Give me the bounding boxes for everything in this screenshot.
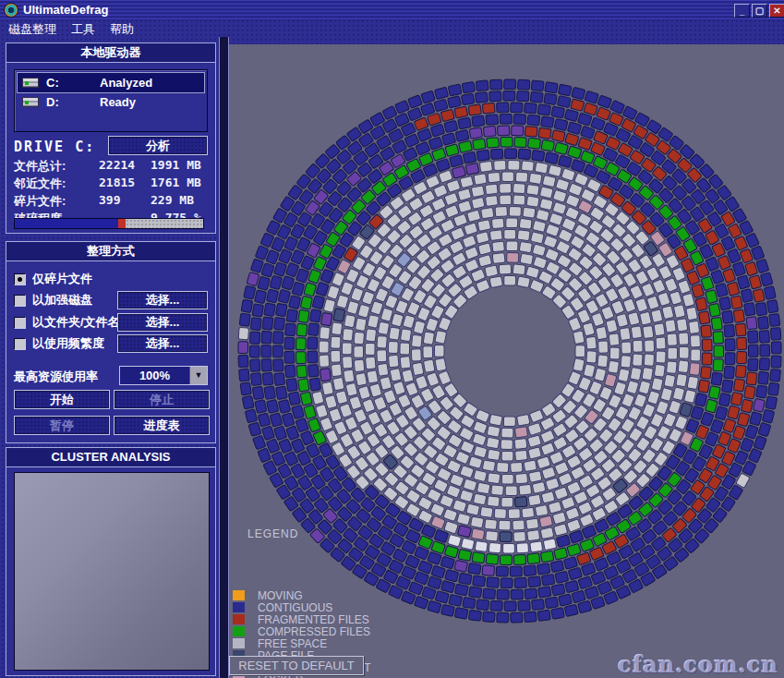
stat-label: 邻近文件: [14,176,99,193]
option-label: 以文件夹/文件名称 [32,314,121,331]
analyze-button[interactable]: 分析 [108,136,208,155]
fragmentation-progress-bar [14,218,204,229]
start-button[interactable]: 开始 [14,390,110,409]
option-label: 以使用频繁度 [32,335,104,352]
radio-dot [18,277,22,282]
radio-dot [18,342,22,346]
radio-icon[interactable] [14,273,26,285]
drive-icon [22,78,39,88]
legend-item-fragmented: FRAGMENTED FILES [233,613,369,625]
chevron-down-icon[interactable]: ▼ [189,367,207,384]
select-button-folder[interactable]: 选择... [117,313,208,332]
option-label: 以加强磁盘 [32,292,92,309]
progress-fill [15,219,118,228]
legend-item-moving: MOVING [233,589,303,601]
drive-letter: D: [46,95,100,109]
radio-dot [18,321,22,325]
menu-item-help[interactable]: 帮助 [110,21,134,38]
legend-label: MOVING [258,589,303,602]
menu-bar: 磁盘整理 工具 帮助 [0,20,784,38]
pause-button[interactable]: 暂停 [14,416,110,435]
legend-swatch [233,590,245,600]
legend-swatch [233,602,245,612]
reset-to-default-button[interactable]: RESET TO DEFAULT [229,656,364,675]
legend-swatch [233,614,245,624]
maximize-button[interactable]: ▢ [752,4,767,18]
cluster-analysis-title: CLUSTER ANALYSIS [6,448,215,467]
progress-marker [118,219,126,228]
legend-label: FREE SPACE [258,637,327,650]
resource-usage-combobox[interactable]: 100% ▼ [119,366,208,385]
select-button-frequency[interactable]: 选择... [117,334,208,353]
local-drives-title: 本地驱动器 [6,43,215,63]
stat-count: 22214 [99,158,151,176]
disk-map[interactable] [229,44,784,678]
cluster-analysis-panel: CLUSTER ANALYSIS [6,447,216,676]
option-label: 仅碎片文件 [32,271,92,287]
radio-icon[interactable] [14,338,26,350]
option-fragmented-only[interactable]: 仅碎片文件 [14,270,210,288]
panel-divider [219,37,229,678]
stat-size: 1761 MB [151,176,201,193]
combo-value: 100% [120,367,189,384]
watermark: cfan.com.cn [618,651,778,678]
legend-label: CONTIGUOUS [258,601,332,614]
menu-item-tools[interactable]: 工具 [71,21,95,38]
drive-icon [22,97,39,107]
legend-item-free-space: FREE SPACE [233,637,327,649]
stop-button[interactable]: 停止 [114,390,210,409]
legend-label: FRAGMENTED FILES [258,613,369,626]
stat-size: 1991 MB [151,158,201,176]
radio-icon[interactable] [14,295,26,307]
legend-item-contiguous: CONTIGUOUS [233,601,332,613]
progress-table-button[interactable]: 进度表 [114,416,210,435]
current-drive-label: DRIVE C: [14,139,95,155]
window-title: UltimateDefrag [23,3,108,17]
legend-item-compressed: COMPRESSED FILES [233,625,370,637]
title-bar: UltimateDefrag _ ▢ ✕ [0,0,784,20]
select-button-consolidate[interactable]: 选择... [117,291,208,309]
legend-swatch [233,626,245,636]
minimize-button[interactable]: _ [734,4,750,18]
drive-letter: C: [46,76,100,90]
drive-status: Ready [100,95,136,109]
radio-dot [18,298,22,303]
stat-fragmented-files: 碎片文件: 399 229 MB [14,193,210,211]
stat-count: 21815 [99,176,151,193]
drive-row-c[interactable]: C: Analyzed [18,73,204,92]
resource-usage-label: 最高资源使用率 [14,369,98,385]
stat-size: 229 MB [151,193,194,211]
legend-title: LEGEND [247,527,298,540]
close-button[interactable]: ✕ [769,4,784,18]
local-drives-panel: 本地驱动器 C: Analyzed D: Ready DRIVE C: 分析 文… [6,42,216,234]
drive-list: C: Analyzed D: Ready [14,69,208,132]
stat-total-files: 文件总计: 22214 1991 MB [14,158,210,176]
menu-item-defrag[interactable]: 磁盘整理 [8,21,56,38]
drive-status: Analyzed [100,76,152,90]
stat-label: 碎片文件: [14,193,99,211]
app-icon [4,3,18,18]
stat-label: 文件总计: [14,158,99,176]
defrag-method-title: 整理方式 [6,242,215,261]
stat-contiguous-files: 邻近文件: 21815 1761 MB [14,176,210,193]
legend-swatch [233,638,245,648]
legend-label: COMPRESSED FILES [258,625,370,638]
cluster-analysis-box [14,472,210,671]
drive-row-d[interactable]: D: Ready [18,92,204,112]
defrag-method-panel: 整理方式 仅碎片文件 以加强磁盘 选择... 以文件夹/文件名称 选择... 以… [6,241,216,443]
ultimatedefrag-window: { "window": { "title": "UltimateDefrag",… [0,0,784,678]
disk-view-panel: LEGEND MOVING CONTIGUOUS FRAGMENTED FILE… [229,44,784,678]
radio-icon[interactable] [14,317,26,329]
stat-count: 399 [99,193,151,211]
